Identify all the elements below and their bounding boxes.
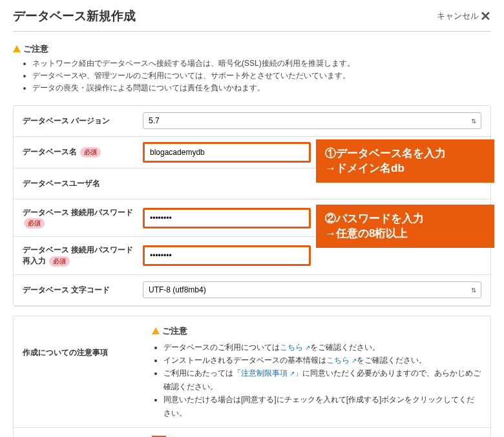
version-label: データベース バージョン <box>14 108 143 134</box>
dbname-label: データベース名 必須 <box>14 139 143 165</box>
warning-icon <box>152 327 160 334</box>
charset-label: データベース 文字コード <box>14 277 143 303</box>
pass-highlight <box>143 208 311 229</box>
cancel-label: キャンセル <box>437 10 479 22</box>
notice-item: データの喪失・誤操作による問題については責任を負いかねます。 <box>32 82 491 94</box>
version-select[interactable]: 5.7 <box>143 112 481 129</box>
caution-item: データベースのご利用についてはこちら ↗をご確認ください。 <box>163 341 481 354</box>
pass-input[interactable] <box>145 210 309 227</box>
required-badge: 必須 <box>80 147 101 158</box>
notice-item: ネットワーク経由でデータベースへ接続する場合は、暗号化(SSL)接続の利用を推奨… <box>32 57 491 70</box>
cancel-button[interactable]: キャンセル ✕ <box>437 10 491 23</box>
agree-label: 同意 必須 <box>14 429 143 438</box>
required-badge: 必須 <box>49 256 70 267</box>
notice-list: ネットワーク経由でデータベースへ接続する場合は、暗号化(SSL)接続の利用を推奨… <box>13 57 491 95</box>
lower-block: 作成についての注意事項 ご注意 データベースのご利用についてはこちら ↗をご確認… <box>13 316 491 437</box>
caution-item: 同意いただける場合は[同意する]にチェックを入れて[作成する]ボタンをクリックし… <box>163 393 481 420</box>
required-badge: 必須 <box>24 218 45 229</box>
terms-link[interactable]: 注意制限事項 ↗ <box>241 369 295 378</box>
charset-select[interactable]: UTF-8 (utf8mb4) <box>143 281 481 298</box>
annotation-dbname: ①データベース名を入力 →ドメイン名db <box>316 139 494 183</box>
annotation-password: ②パスワードを入力 →任意の8桁以上 <box>316 205 494 249</box>
notice-item: データベースや、管理ツールのご利用については、サポート外とさせていただいています… <box>32 70 491 82</box>
help-link[interactable]: こちら ↗ <box>280 343 310 352</box>
caution-item: ご利用にあたっては「注意制限事項 ↗」に同意いただく必要がありますので、あらかじ… <box>163 367 481 393</box>
pass-label: データベース 接続用パスワード 必須 <box>14 199 143 236</box>
close-icon: ✕ <box>480 10 491 23</box>
lower-caution-heading: ご注意 <box>152 324 481 338</box>
caution-item: インストールされるデータベースの基本情報はこちら ↗をご確認ください。 <box>163 354 481 367</box>
dbname-highlight <box>143 142 311 163</box>
caution-items-label: 作成についての注意事項 <box>14 316 143 367</box>
dbuser-label: データベースユーザ名 <box>14 170 143 197</box>
warning-icon <box>13 45 21 52</box>
pass2-input[interactable] <box>145 247 309 264</box>
dbname-input[interactable] <box>145 144 309 161</box>
notice-heading: ご注意 <box>13 43 491 55</box>
pass2-label: データベース 接続用パスワード再入力 必須 <box>14 237 143 274</box>
page-title: データベース新規作成 <box>13 8 136 25</box>
pass2-highlight <box>143 245 311 266</box>
info-link[interactable]: こちら ↗ <box>326 356 357 365</box>
form-table: データベース バージョン 5.7 データベース名 必須 データベー <box>13 105 491 307</box>
